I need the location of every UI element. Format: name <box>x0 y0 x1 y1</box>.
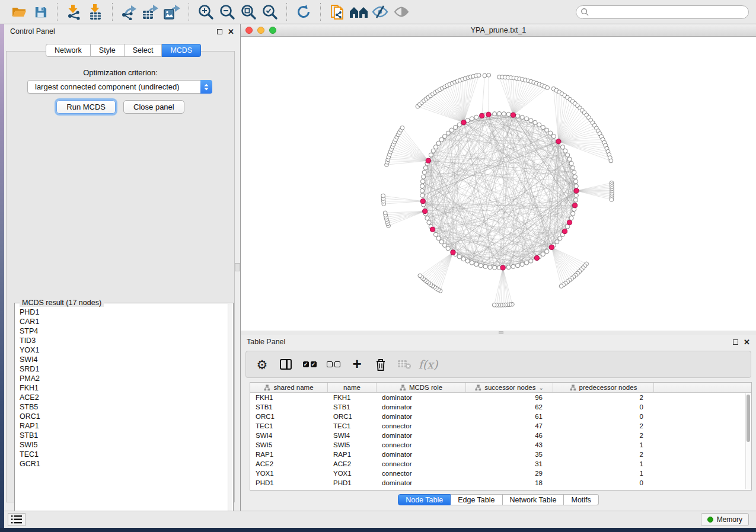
zoom-fit-button[interactable] <box>238 2 259 22</box>
zoom-selected-button[interactable] <box>259 2 280 22</box>
column-header-MCDS-role[interactable]: MCDS role <box>377 383 466 392</box>
mcds-result-item[interactable]: GCR1 <box>20 459 228 469</box>
close-panel-button[interactable]: Close panel <box>123 100 184 114</box>
horizontal-splitter[interactable] <box>241 331 756 335</box>
cell-pred: 0 <box>553 412 654 421</box>
export-image-icon <box>162 4 181 20</box>
export-table-icon <box>141 4 160 20</box>
mcds-result-item[interactable]: STB1 <box>20 431 228 440</box>
cell-pred: 0 <box>553 478 654 488</box>
fx-icon: f(x) <box>419 358 438 371</box>
import-table-button[interactable] <box>85 2 106 22</box>
refresh-button[interactable] <box>293 2 314 22</box>
table-row[interactable]: TEC1TEC1connector472 <box>250 421 751 431</box>
copy-network-icon <box>330 3 345 21</box>
task-history-button[interactable] <box>8 513 25 526</box>
run-mcds-button[interactable]: Run MCDS <box>56 100 116 114</box>
table-row[interactable]: STB1STB1dominator620 <box>250 402 751 412</box>
import-network-button[interactable] <box>63 2 85 22</box>
export-network-button[interactable] <box>119 2 140 22</box>
tab-select[interactable]: Select <box>125 44 162 57</box>
mcds-result-item[interactable]: FKH1 <box>20 383 228 393</box>
table-row[interactable]: PHD1PHD1dominator180 <box>250 478 751 488</box>
column-header-name[interactable]: name <box>328 383 377 392</box>
zoom-out-button[interactable] <box>216 2 238 22</box>
cell-role: dominator <box>377 450 466 459</box>
mcds-result-item[interactable]: TEC1 <box>20 450 228 459</box>
cell-shared_name: PHD1 <box>250 478 328 488</box>
table-row[interactable]: FKH1FKH1dominator962 <box>250 393 751 402</box>
mcds-result-item[interactable]: CAR1 <box>20 317 228 326</box>
mcds-result-item[interactable]: RAP1 <box>20 421 228 431</box>
export-image-button[interactable] <box>161 2 183 22</box>
tab-edge-table[interactable]: Edge Table <box>451 494 502 505</box>
column-header-shared-name[interactable]: shared name <box>250 383 328 392</box>
table-settings-button[interactable]: ⚙ <box>254 357 270 372</box>
export-table-button[interactable] <box>140 2 161 22</box>
mcds-result-item[interactable]: ACE2 <box>20 393 228 402</box>
select-all-button[interactable]: ✓✓ <box>302 357 317 372</box>
tab-style[interactable]: Style <box>91 44 125 57</box>
cell-shared_name: FKH1 <box>250 393 328 402</box>
mcds-result-item[interactable]: STP4 <box>20 326 228 336</box>
copy-network-button[interactable] <box>327 2 348 22</box>
delete-column-button[interactable] <box>373 357 388 372</box>
hide-selected-button[interactable] <box>369 2 391 22</box>
delete-table-button[interactable] <box>397 357 412 372</box>
scrollbar-thumb[interactable] <box>747 395 750 442</box>
zoom-out-icon <box>219 4 235 20</box>
cell-name: YOX1 <box>328 469 377 478</box>
first-neighbors-button[interactable] <box>348 2 369 22</box>
column-header-successor-nodes[interactable]: successor nodes⌄ <box>466 383 553 392</box>
show-all-button[interactable] <box>391 2 412 22</box>
tab-network[interactable]: Network <box>46 44 91 57</box>
float-panel-icon[interactable] <box>217 29 222 34</box>
function-builder-button[interactable]: f(x) <box>420 357 436 372</box>
mcds-result-item[interactable]: SWI5 <box>20 440 228 450</box>
mcds-result-item[interactable]: SRD1 <box>20 364 228 374</box>
tab-mcds[interactable]: MCDS <box>162 44 201 57</box>
close-panel-icon[interactable]: ✕ <box>228 28 234 36</box>
memory-button[interactable]: Memory <box>701 513 749 526</box>
save-session-button[interactable] <box>30 2 51 22</box>
open-file-button[interactable] <box>8 2 30 22</box>
table-row[interactable]: YOX1YOX1connector291 <box>250 469 751 478</box>
cell-pred: 2 <box>553 421 654 431</box>
table-row[interactable]: SWI5SWI5connector431 <box>250 440 751 450</box>
export-network-icon <box>120 4 138 20</box>
table-row[interactable]: ORC1ORC1dominator610 <box>250 412 751 421</box>
mcds-result-item[interactable]: ORC1 <box>20 412 228 421</box>
search-input[interactable] <box>576 5 749 19</box>
mcds-result-item[interactable]: YOX1 <box>20 345 228 355</box>
column-header-predecessor-nodes[interactable]: predecessor nodes <box>553 383 654 392</box>
network-graph-canvas[interactable] <box>241 37 756 331</box>
zoom-in-button[interactable] <box>195 2 216 22</box>
tab-node-table[interactable]: Node Table <box>398 494 451 505</box>
split-view-button[interactable] <box>278 357 294 372</box>
add-column-button[interactable]: + <box>349 357 365 372</box>
mcds-result-item[interactable]: SWI4 <box>20 355 228 364</box>
mcds-result-item[interactable]: PMA2 <box>20 374 228 383</box>
mcds-result-item[interactable]: PHD1 <box>20 307 228 317</box>
table-row[interactable]: RAP1RAP1dominator352 <box>250 450 751 459</box>
tab-network-table[interactable]: Network Table <box>503 494 564 505</box>
close-table-panel-icon[interactable]: ✕ <box>744 338 750 346</box>
table-row[interactable]: SWI4SWI4dominator462 <box>250 431 751 440</box>
mcds-result-item[interactable]: TID3 <box>20 336 228 345</box>
cell-succ: 47 <box>466 421 553 431</box>
mcds-result-item[interactable]: STB5 <box>20 402 228 412</box>
cell-pred: 2 <box>553 450 654 459</box>
table-vertical-scrollbar[interactable] <box>745 393 751 489</box>
hide-selected-eye-slash-icon <box>371 5 389 19</box>
mcds-result-scrollbar[interactable] <box>228 304 232 520</box>
panel-splitter-grip[interactable] <box>235 263 240 271</box>
cell-succ: 96 <box>466 393 553 402</box>
mcds-result-list[interactable]: PHD1CAR1STP4TID3YOX1SWI4SRD1PMA2FKH1ACE2… <box>15 304 228 520</box>
table-row[interactable]: ACE2ACE2connector311 <box>250 459 751 469</box>
deselect-all-button[interactable] <box>326 357 341 372</box>
optimization-criterion-select[interactable]: largest connected component (undirected) <box>27 80 212 94</box>
splitter-grip[interactable] <box>499 331 503 334</box>
network-window-titlebar[interactable]: YPA_prune.txt_1 <box>241 24 756 37</box>
float-table-panel-icon[interactable] <box>733 339 738 345</box>
tab-motifs[interactable]: Motifs <box>564 494 598 505</box>
